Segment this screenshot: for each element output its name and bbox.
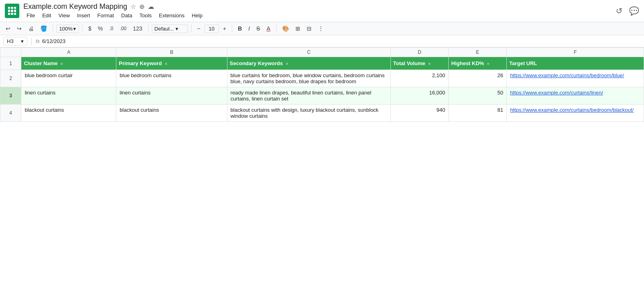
cell-c4[interactable]: blackout curtains with design, luxury bl… (227, 105, 390, 122)
table-row: 3 linen curtains linen curtains ready ma… (0, 87, 644, 105)
undo-button[interactable]: ↩ (3, 24, 13, 33)
cell-ref-dropdown-icon: ▾ (21, 38, 24, 44)
font-name: Defaul... (155, 26, 174, 32)
col-header-b[interactable]: B (116, 48, 227, 57)
column-header-row: A B C D E F (0, 48, 644, 57)
menu-insert[interactable]: Insert (74, 12, 93, 19)
target-url-2[interactable]: https://www.example.com/curtains/bedroom… (510, 72, 624, 78)
menu-file[interactable]: File (23, 12, 38, 19)
font-selector[interactable]: Defaul... ▾ (152, 25, 188, 33)
bookmark-icon[interactable]: ⊕ (139, 3, 144, 10)
col-header-c[interactable]: C (227, 48, 390, 57)
font-size-increase-button[interactable]: + (221, 24, 229, 33)
fill-color-button[interactable]: 🎨 (280, 24, 291, 33)
header-cluster-name[interactable]: Cluster Name ≡ (21, 57, 116, 70)
cell-a4[interactable]: blackout curtains (21, 105, 116, 122)
cell-b4[interactable]: blackout curtains (116, 105, 227, 122)
row-num-2[interactable]: 2 (0, 70, 21, 87)
font-size-decrease-button[interactable]: − (195, 24, 203, 33)
decimal-decrease-button[interactable]: .0 (107, 24, 116, 33)
header-target-url[interactable]: Target URL (507, 57, 644, 70)
col-header-e[interactable]: E (449, 48, 507, 57)
cell-reference[interactable]: H3 ▾ (3, 37, 27, 45)
col-header-d[interactable]: D (390, 48, 448, 57)
document-title[interactable]: Example.com Keyword Mapping (23, 2, 127, 11)
star-icon[interactable]: ☆ (130, 3, 136, 10)
history-icon[interactable]: ↺ (616, 6, 623, 16)
table-row: 4 blackout curtains blackout curtains bl… (0, 105, 644, 122)
header-total-volume-label: Total Volume (393, 60, 425, 66)
menu-view[interactable]: View (55, 12, 73, 19)
row-num-1[interactable]: 1 (0, 57, 21, 70)
cell-b3[interactable]: linen curtains (116, 87, 227, 105)
cell-f4[interactable]: https://www.example.com/curtains/bedroom… (507, 105, 644, 122)
cell-e3[interactable]: 50 (449, 87, 507, 105)
primary-keyword-4: blackout curtains (120, 107, 159, 113)
zoom-control[interactable]: 100% ▾ (56, 25, 79, 33)
cell-b2[interactable]: blue bedroom curtains (116, 70, 227, 87)
menu-format[interactable]: Format (94, 12, 117, 19)
bold-button[interactable]: B (235, 24, 244, 33)
header-primary-keyword[interactable]: Primary Keyword ≡ (116, 57, 227, 70)
borders-button[interactable]: ⊞ (293, 24, 303, 33)
separator-4 (191, 25, 192, 33)
font-size-field[interactable]: 10 (204, 25, 219, 33)
print-button[interactable]: 🖨 (26, 24, 36, 33)
menu-tools[interactable]: Tools (136, 12, 155, 19)
title-area: Example.com Keyword Mapping ☆ ⊕ ☁ File E… (23, 2, 206, 19)
highest-kd-3: 50 (497, 90, 503, 96)
filter-icon-a[interactable]: ≡ (61, 62, 63, 66)
currency-button[interactable]: $ (86, 24, 94, 33)
filter-icon-b[interactable]: ≡ (165, 62, 167, 66)
comments-icon[interactable]: 💬 (629, 6, 639, 16)
cell-d3[interactable]: 16,000 (390, 87, 448, 105)
header-total-volume[interactable]: Total Volume ≡ (390, 57, 448, 70)
cell-d2[interactable]: 2,100 (390, 70, 448, 87)
cell-a2[interactable]: blue bedroom curtair (21, 70, 116, 87)
cell-d4[interactable]: 940 (390, 105, 448, 122)
menu-extensions[interactable]: Extensions (156, 12, 188, 19)
merge-button[interactable]: ⊟ (304, 24, 314, 33)
number-format-button[interactable]: 123 (130, 24, 144, 33)
target-url-3[interactable]: https://www.example.com/curtains/linen/ (510, 90, 603, 96)
col-header-f[interactable]: F (507, 48, 644, 57)
primary-keyword-2: blue bedroom curtains (120, 72, 171, 78)
italic-button[interactable]: I (246, 24, 252, 33)
header-secondary-keywords[interactable]: Secondary Keywords ≡ (227, 57, 390, 70)
menu-data[interactable]: Data (118, 12, 135, 19)
header-primary-keyword-label: Primary Keyword (119, 60, 162, 66)
menu-help[interactable]: Help (188, 12, 206, 19)
text-color-button[interactable]: A (264, 24, 272, 33)
redo-button[interactable]: ↪ (14, 24, 24, 33)
menu-edit[interactable]: Edit (39, 12, 54, 19)
cell-a3[interactable]: linen curtains (21, 87, 116, 105)
filter-icon-e[interactable]: ≡ (487, 62, 489, 66)
formula-bar-divider: | (31, 37, 33, 45)
cluster-name-4: blackout curtains (25, 107, 64, 113)
cell-e4[interactable]: 81 (449, 105, 507, 122)
target-url-4[interactable]: https://www.example.com/curtains/bedroom… (510, 107, 634, 113)
cell-c3[interactable]: ready made linen drapes, beautiful linen… (227, 87, 390, 105)
font-dropdown-icon: ▾ (175, 26, 178, 32)
header-secondary-keywords-label: Secondary Keywords (230, 60, 283, 66)
header-highest-kd[interactable]: Highest KD% ≡ (449, 57, 507, 70)
strikethrough-button[interactable]: S (254, 24, 262, 33)
fx-label: fx (36, 38, 40, 44)
percent-button[interactable]: % (95, 24, 105, 33)
col-header-a[interactable]: A (21, 48, 116, 57)
cell-e2[interactable]: 26 (449, 70, 507, 87)
row-num-4[interactable]: 4 (0, 105, 21, 122)
cell-c2[interactable]: blue curtains for bedroom, blue window c… (227, 70, 390, 87)
filter-icon-d[interactable]: ≡ (428, 62, 431, 66)
formula-bar: H3 ▾ | fx 6/12/2023 (0, 35, 644, 47)
filter-icon-c[interactable]: ≡ (286, 62, 288, 66)
separator-5 (232, 25, 232, 33)
row-num-3[interactable]: 3 (0, 87, 21, 105)
more-button[interactable]: ⋮ (316, 24, 326, 33)
top-right-icons: ↺ 💬 (616, 6, 639, 16)
cloud-icon[interactable]: ☁ (148, 3, 154, 10)
cell-f2[interactable]: https://www.example.com/curtains/bedroom… (507, 70, 644, 87)
cell-f3[interactable]: https://www.example.com/curtains/linen/ (507, 87, 644, 105)
paint-format-button[interactable]: 🪣 (38, 24, 50, 33)
decimal-increase-button[interactable]: .00 (118, 24, 129, 33)
